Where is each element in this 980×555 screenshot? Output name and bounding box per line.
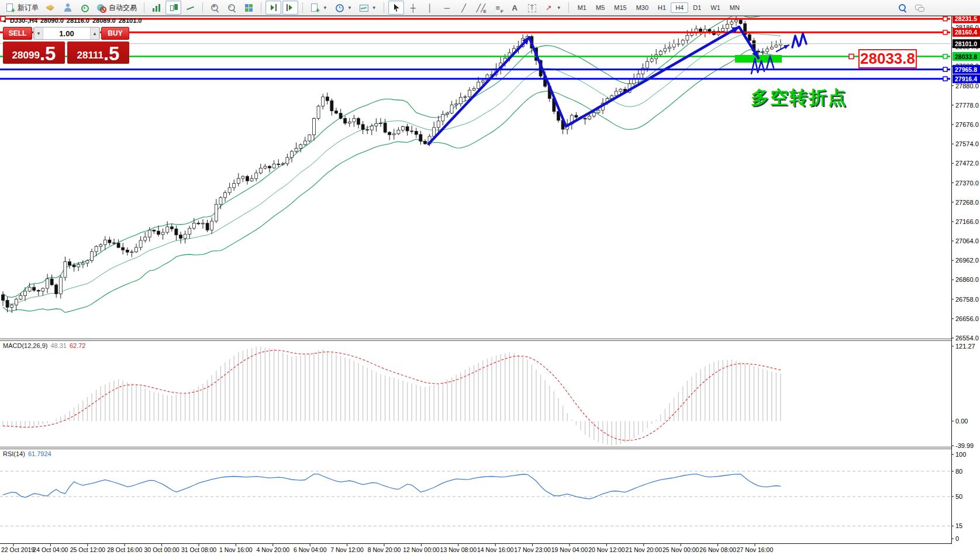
- crosshair-icon: ┼: [408, 3, 418, 13]
- macd-signal-value: 62.72: [70, 342, 86, 349]
- new-order-icon: +: [5, 3, 15, 13]
- svg-text:14 Nov 16:00: 14 Nov 16:00: [477, 546, 514, 553]
- svg-text:27676.0: 27676.0: [955, 121, 979, 128]
- bar-chart-icon: [151, 3, 161, 13]
- templates-button[interactable]: ▼: [356, 1, 379, 15]
- chat-button[interactable]: [912, 1, 927, 15]
- svg-text:0: 0: [955, 535, 959, 542]
- auto-scroll-button[interactable]: [265, 1, 281, 15]
- chart-shift-button[interactable]: [282, 1, 298, 15]
- arrows-button[interactable]: ↗▼: [541, 1, 564, 15]
- fibonacci-button[interactable]: ≡F: [490, 1, 506, 15]
- auto-scroll-icon: [268, 3, 278, 13]
- horn-button[interactable]: [43, 1, 58, 15]
- turning-point-annotation: 多空转折点: [751, 85, 847, 110]
- new-order-label: 新订单: [18, 3, 39, 13]
- tab-timeframe-m1[interactable]: M1: [573, 2, 591, 13]
- svg-text:21 Nov 20:00: 21 Nov 20:00: [626, 546, 662, 553]
- volume-decrease-button[interactable]: ▼: [34, 27, 43, 39]
- tab-timeframe-m5[interactable]: M5: [591, 2, 609, 13]
- svg-text:27064.0: 27064.0: [955, 237, 979, 244]
- crosshair-button[interactable]: ┼: [405, 1, 421, 15]
- svg-text:25 Nov 00:00: 25 Nov 00:00: [662, 546, 699, 553]
- buy-price-box[interactable]: 28111.5: [67, 42, 129, 64]
- sell-price-main: 28099: [12, 49, 40, 63]
- new-order-button[interactable]: + 新订单: [2, 1, 42, 15]
- equidistant-channel-icon: ╱╱E: [476, 3, 486, 13]
- virtual-hosting-button[interactable]: [60, 1, 75, 15]
- svg-text:50: 50: [955, 493, 962, 500]
- one-click-collapse-arrow[interactable]: ▲: [2, 18, 7, 23]
- virtual-hosting-icon: [63, 3, 73, 13]
- sell-price-box[interactable]: 28099.5: [3, 42, 65, 64]
- svg-text:26962.0: 26962.0: [955, 257, 979, 264]
- new-chart-button[interactable]: +▼: [307, 1, 330, 15]
- tab-timeframe-mn[interactable]: MN: [725, 2, 744, 13]
- tab-timeframe-w1[interactable]: W1: [706, 2, 725, 13]
- svg-text:12 Nov 00:00: 12 Nov 00:00: [403, 546, 440, 553]
- svg-text:27370.0: 27370.0: [955, 180, 979, 187]
- equidistant-channel-button[interactable]: ╱╱E: [473, 1, 489, 15]
- fibonacci-icon: ≡F: [493, 3, 503, 13]
- line-chart-button[interactable]: [182, 1, 198, 15]
- signals-button[interactable]: [77, 1, 92, 15]
- svg-text:30 Oct 00:00: 30 Oct 00:00: [144, 546, 180, 553]
- search-icon: [898, 3, 907, 13]
- algo-trading-icon: [96, 3, 106, 13]
- zoom-in-button[interactable]: +: [207, 1, 223, 15]
- svg-text:26758.0: 26758.0: [955, 296, 979, 303]
- cursor-button[interactable]: [388, 1, 404, 15]
- tab-timeframe-h4[interactable]: H4: [671, 2, 688, 13]
- search-button[interactable]: [895, 1, 910, 15]
- trendline-button[interactable]: ╱: [456, 1, 472, 15]
- rsi-value: 61.7924: [28, 450, 51, 457]
- text-label-icon: T: [527, 3, 537, 13]
- buy-price-frac: .5: [103, 44, 120, 63]
- tab-timeframe-h1[interactable]: H1: [653, 2, 671, 13]
- rsi-indicator-label: RSI(14)61.7924: [3, 450, 51, 457]
- bar-chart-button[interactable]: [149, 1, 164, 15]
- symbol-period-label: DJ30-,H4: [10, 17, 37, 24]
- horizontal-line-button[interactable]: ─: [439, 1, 455, 15]
- buy-button[interactable]: BUY: [101, 27, 129, 40]
- svg-text:-39.99: -39.99: [955, 442, 974, 449]
- svg-text:20 Nov 12:00: 20 Nov 12:00: [588, 546, 625, 553]
- tile-windows-button[interactable]: [241, 1, 257, 15]
- text-button[interactable]: A: [507, 1, 523, 15]
- signals-icon: [80, 3, 89, 13]
- tab-timeframe-d1[interactable]: D1: [688, 2, 706, 13]
- tile-windows-icon: [244, 3, 254, 13]
- vertical-line-button[interactable]: │: [422, 1, 438, 15]
- svg-text:27 Nov 16:00: 27 Nov 16:00: [737, 546, 774, 553]
- text-label-button[interactable]: T: [524, 1, 540, 15]
- candlestick-chart-button[interactable]: [165, 1, 181, 15]
- chart-window[interactable]: 28186.028084.027982.027880.027778.027676…: [0, 0, 980, 555]
- svg-text:15: 15: [955, 522, 962, 529]
- svg-text:22 Oct 2019: 22 Oct 2019: [1, 546, 34, 553]
- tab-timeframe-m30[interactable]: M30: [632, 2, 653, 13]
- buy-price-main: 28111: [77, 49, 103, 63]
- svg-text:80: 80: [955, 468, 962, 475]
- svg-text:0.00: 0.00: [955, 418, 968, 425]
- svg-text:1 Nov 16:00: 1 Nov 16:00: [219, 546, 253, 553]
- toolbar-separator: [261, 2, 261, 13]
- line-chart-icon: [185, 3, 195, 13]
- close-value: 28101.0: [119, 17, 142, 24]
- svg-text:26656.0: 26656.0: [955, 315, 979, 322]
- zoom-out-button[interactable]: -: [224, 1, 240, 15]
- arrows-icon: ↗: [544, 3, 554, 13]
- tab-timeframe-m15[interactable]: M15: [609, 2, 631, 13]
- svg-text:121.27: 121.27: [955, 343, 975, 350]
- svg-text:27472.0: 27472.0: [955, 160, 979, 167]
- volume-input[interactable]: [43, 27, 90, 39]
- svg-text:26860.0: 26860.0: [955, 276, 979, 283]
- periods-button[interactable]: ▼: [332, 1, 355, 15]
- toolbar-separator: [302, 2, 303, 13]
- volume-increase-button[interactable]: ▲: [90, 27, 99, 39]
- svg-text:27965.8: 27965.8: [955, 66, 977, 73]
- macd-main-value: 48.31: [50, 342, 67, 349]
- main-toolbar: + 新订单 自动交易 + - +▼ ▼ ▼ ┼ │ ─ ╱ ╱╱E ≡F A: [0, 0, 980, 16]
- svg-text:27166.0: 27166.0: [955, 218, 979, 225]
- algo-trading-button[interactable]: 自动交易: [94, 1, 140, 15]
- sell-button[interactable]: SELL: [3, 27, 32, 40]
